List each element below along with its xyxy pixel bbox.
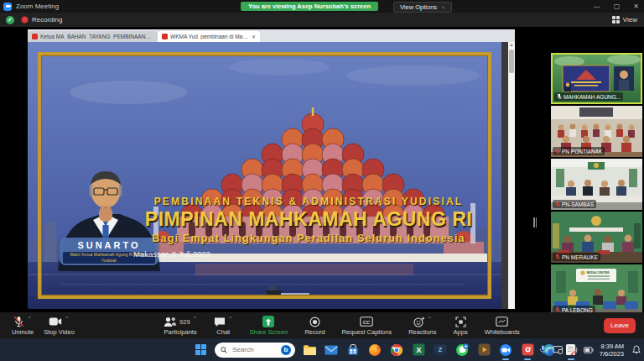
search-icon (221, 347, 227, 353)
pdf-favicon (162, 34, 168, 39)
video-camera-icon (49, 317, 62, 327)
pdf-favicon (32, 34, 38, 39)
participants-button[interactable]: 929 ⌃ Participants (158, 313, 202, 337)
mic-muted-icon (555, 254, 560, 260)
reactions-smiley-icon (413, 317, 425, 327)
pdf-page-gutter (501, 42, 508, 309)
zoom-app-icon (3, 3, 12, 11)
browser-tab-1: Ketua MA_BAHAN_TAYANG_PEMBINAAN_M... (28, 31, 158, 42)
reactions-options-chevron[interactable]: ⌃ (428, 316, 432, 322)
participants-options-chevron[interactable]: ⌃ (193, 316, 197, 322)
participant-name-label: PN PONTIANAK (553, 147, 605, 155)
participants-count: 929 (179, 318, 190, 326)
browser-tab-strip: Ketua MA_BAHAN_TAYANG_PEMBINAAN_M... WKM… (28, 29, 515, 42)
chat-button[interactable]: ⌃ Chat (209, 313, 237, 337)
speaker-icon[interactable] (569, 346, 578, 354)
participant-tile-pn-merauke[interactable]: PN MERAUKE (551, 212, 642, 263)
bing-icon[interactable]: b (281, 345, 291, 355)
participant-tile-pn-sambas[interactable]: PN-SAMBAS (551, 159, 642, 210)
sidebar-resize-handle[interactable] (533, 217, 538, 228)
taskbar-search-box[interactable]: b (215, 343, 295, 358)
reactions-button[interactable]: ⌃ Reactions (403, 313, 441, 337)
stop-video-button[interactable]: ⌃ Stop Video (39, 313, 80, 337)
share-screen-icon (262, 316, 274, 327)
apps-button[interactable]: Apps (449, 313, 473, 337)
system-tray: ⌃ 8:39 AM 7/6/2023 (527, 338, 641, 361)
slide-subtitle: Bagi Empat Lingkungan Peradilan Seluruh … (122, 233, 496, 244)
mic-muted-icon (555, 201, 560, 207)
scrollbar-thumb[interactable] (509, 50, 514, 73)
scrollbar-up-icon[interactable]: ▲ (508, 42, 515, 48)
browser-tab-2: WKMA Yud_pembinaan di Makassar_OK... ✕ (158, 31, 260, 42)
slide-supertitle: PEMBINAAN TEKNIS & ADMINISTRASI YUDISIAL (122, 196, 496, 207)
svg-text:Z: Z (439, 346, 443, 353)
audio-options-chevron[interactable]: ⌃ (27, 316, 31, 322)
closed-captions-icon: CC (360, 317, 373, 327)
video-options-chevron[interactable]: ⌃ (65, 316, 69, 322)
microsoft-store-icon[interactable] (345, 343, 361, 358)
mic-muted-icon (557, 93, 562, 100)
browser-scrollbar[interactable]: ▲ (508, 42, 515, 309)
zoom-control-toolbar: ⌃ Unmute ⌃ Stop Video (0, 312, 644, 338)
svg-text:CC: CC (363, 320, 371, 325)
request-captions-button[interactable]: CC Request Captions (337, 313, 397, 337)
chrome-icon[interactable] (389, 343, 404, 358)
view-options-button[interactable]: View Options ⌄ (393, 2, 452, 13)
participant-tile-mahkamah-agung[interactable]: MAHKAMAH AGUNG... (551, 53, 642, 104)
encryption-shield-icon[interactable]: ✓ (6, 16, 14, 24)
whatsapp-icon[interactable] (454, 343, 470, 358)
clock-date: 7/6/2023 (600, 350, 624, 358)
ztv-app-icon[interactable]: Z (433, 343, 448, 358)
record-icon (309, 317, 320, 327)
gallery-grid-icon (612, 16, 620, 24)
view-layout-button[interactable]: View (612, 14, 637, 25)
tray-mic-icon[interactable] (539, 345, 547, 354)
tab-close-icon: ✕ (252, 34, 256, 39)
slide-text-block: PEMBINAAN TEKNIS & ADMINISTRASI YUDISIAL… (122, 196, 496, 259)
maximize-button[interactable]: ▢ (614, 3, 621, 10)
whiteboards-button[interactable]: Whiteboards (480, 313, 525, 337)
start-button[interactable] (193, 343, 208, 358)
shared-browser-window: Ketua MA_BAHAN_TAYANG_PEMBINAAN_M... WKM… (28, 29, 515, 309)
share-screen-button[interactable]: Share Screen (245, 313, 293, 337)
participant-name-label: PN MERAUKE (553, 253, 600, 261)
presentation-slide: SUNARTO Wakil Ketua Mahkamah Agung RI Bi… (28, 42, 501, 309)
minimize-button[interactable]: — (594, 3, 600, 10)
svg-text:X: X (416, 345, 422, 354)
mic-muted-icon (555, 148, 560, 154)
participant-tile-pn-pontianak[interactable]: PN PONTIANAK (551, 106, 642, 157)
media-center-sign-text: MEDIA CENTER (586, 271, 610, 275)
firefox-icon[interactable] (367, 343, 382, 358)
slide-title: PIMPINAN MAHKAMAH AGUNG RI (122, 208, 496, 231)
mic-muted-icon (13, 316, 24, 327)
hidden-icons-chevron[interactable]: ⌃ (527, 346, 533, 353)
media-player-icon[interactable] (476, 343, 491, 358)
apps-icon (455, 317, 466, 327)
leave-meeting-button[interactable]: Leave (604, 318, 636, 333)
chat-options-chevron[interactable]: ⌃ (228, 316, 232, 322)
unmute-button[interactable]: ⌃ Unmute (7, 313, 39, 337)
cast-screen-icon[interactable] (553, 346, 563, 354)
windows-taskbar: b X Z (0, 338, 644, 361)
excel-icon[interactable]: X (411, 343, 426, 358)
chevron-down-icon: ⌄ (441, 3, 445, 12)
notification-bell-icon[interactable] (632, 345, 641, 354)
clock-time: 8:39 AM (600, 343, 624, 350)
windows-logo-icon (195, 344, 206, 355)
participants-icon (164, 317, 177, 327)
record-button[interactable]: Record (299, 313, 330, 337)
battery-icon[interactable] (584, 347, 594, 353)
screen-sharing-banner: You are viewing Asep Nursobah's screen (241, 2, 378, 11)
file-explorer-icon[interactable] (302, 343, 317, 358)
participant-name-label: PN-SAMBAS (553, 200, 596, 208)
running-indicator (502, 358, 509, 360)
mail-icon[interactable] (324, 343, 339, 358)
participant-tile-pa-lebong[interactable]: MEDIA CENTER (551, 264, 642, 316)
taskbar-clock[interactable]: 8:39 AM 7/6/2023 (600, 343, 624, 358)
search-input[interactable] (231, 345, 278, 354)
meeting-info-bar: ✓ Recording View (0, 13, 644, 27)
whiteboard-icon (496, 317, 508, 327)
close-button[interactable]: ✕ (633, 3, 639, 10)
zoom-taskbar-icon[interactable] (498, 343, 513, 358)
participant-video-sidebar: MAHKAMAH AGUNG... (551, 53, 642, 327)
